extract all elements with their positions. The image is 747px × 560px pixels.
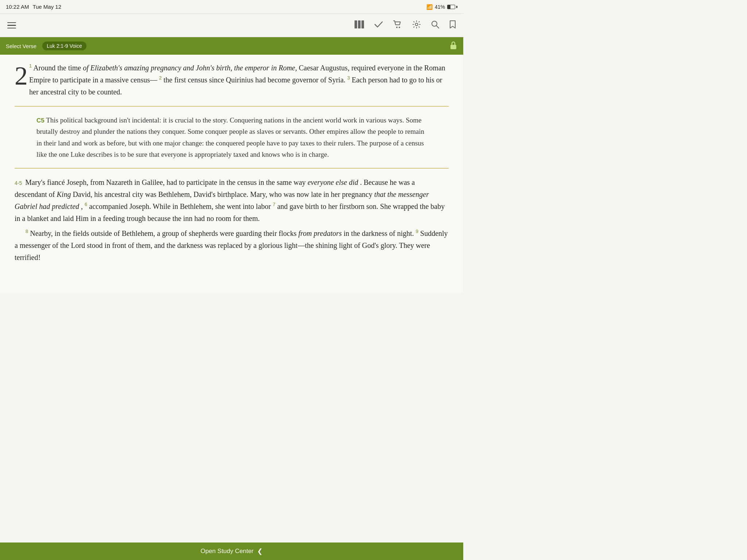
commentary-body: This political background isn't incident… [36,116,424,158]
lock-icon [449,41,457,51]
verse-num-2: 2 [159,75,162,81]
verse-8-italic: from predators [298,229,342,237]
menu-icon[interactable] [7,22,16,29]
chapter-number: 2 [15,63,28,89]
toolbar [0,14,463,37]
selection-bar: Select Verse Luk 2:1-9 Voice [0,37,463,55]
verse-1-italic: of Elizabeth's amazing pregnancy and Joh… [83,64,297,72]
verse-4-text-a: Mary's fiancé Joseph, from Nazareth in G… [25,178,307,186]
battery-percent: 41% [435,4,445,10]
svg-point-4 [399,27,400,28]
commentary-text: C5 This political background isn't incid… [36,114,427,160]
svg-point-5 [415,23,418,26]
bookmark-check-icon[interactable] [374,20,383,31]
chapter-intro: 2 1 Around the time of Elizabeth's amazi… [15,62,449,98]
verse-4-7-text: 4-5 Mary's fiancé Joseph, from Nazareth … [15,176,449,225]
toolbar-left [7,22,16,29]
status-bar: 10:22 AM Tue May 12 📶 41% [0,0,463,14]
verse-num-7: 7 [273,202,275,207]
search-icon[interactable] [431,20,439,31]
date-display: Tue May 12 [32,4,61,10]
verse-num-3: 3 [347,75,350,81]
svg-rect-1 [358,20,361,28]
time-display: 10:22 AM [6,4,29,10]
settings-icon[interactable] [412,20,421,31]
verse-1-3-text: 1 Around the time of Elizabeth's amazing… [15,62,449,98]
svg-rect-0 [355,20,357,28]
library-icon[interactable] [355,20,364,31]
status-left: 10:22 AM Tue May 12 [6,4,61,10]
verse-badge[interactable]: Luk 2:1-9 Voice [42,42,86,50]
svg-rect-2 [361,20,364,28]
verse-num-1: 1 [29,63,32,69]
select-verse-label[interactable]: Select Verse [6,43,36,49]
status-right: 📶 41% [426,4,457,10]
svg-line-7 [436,26,439,28]
verse-1-text-a: Around the time [33,64,83,72]
bookmark-icon[interactable] [449,20,456,31]
verse-6-text: accompanied Joseph. While in Bethlehem, … [89,202,272,210]
verse-4-text-c: David, his ancestral city was Bethlehem,… [73,190,374,198]
content-area: 2 1 Around the time of Elizabeth's amazi… [0,55,463,293]
verse-8-9-text: 8 Nearby, in the fields outside of Bethl… [15,228,449,264]
wifi-icon: 📶 [426,4,433,10]
svg-rect-8 [450,45,456,49]
verse-4-italic-a: everyone else did [307,178,358,186]
commentary-ref: C5 [36,117,44,124]
verse-2-text: the first census since Quirinius had bec… [163,76,347,84]
verse-num-9: 9 [416,229,418,234]
verse-4-italic-b: King [57,190,71,198]
battery-icon [447,5,457,9]
verse-5-text-a: , [81,202,85,210]
verse-num-6: 6 [85,202,87,207]
divider-bottom [15,168,449,168]
toolbar-right [355,20,456,31]
divider-top [15,106,449,106]
commentary-block: C5 This political background isn't incid… [36,114,427,160]
verse-ref-4-5: 4-5 [15,180,22,186]
verse-num-8: 8 [26,229,28,234]
verse-4-9-section: 4-5 Mary's fiancé Joseph, from Nazareth … [15,176,449,264]
verse-8-text-b: in the darkness of night. [344,229,416,237]
verse-8-text-a: Nearby, in the fields outside of Bethleh… [30,229,298,237]
cart-icon[interactable] [393,20,402,31]
svg-point-3 [396,27,398,28]
